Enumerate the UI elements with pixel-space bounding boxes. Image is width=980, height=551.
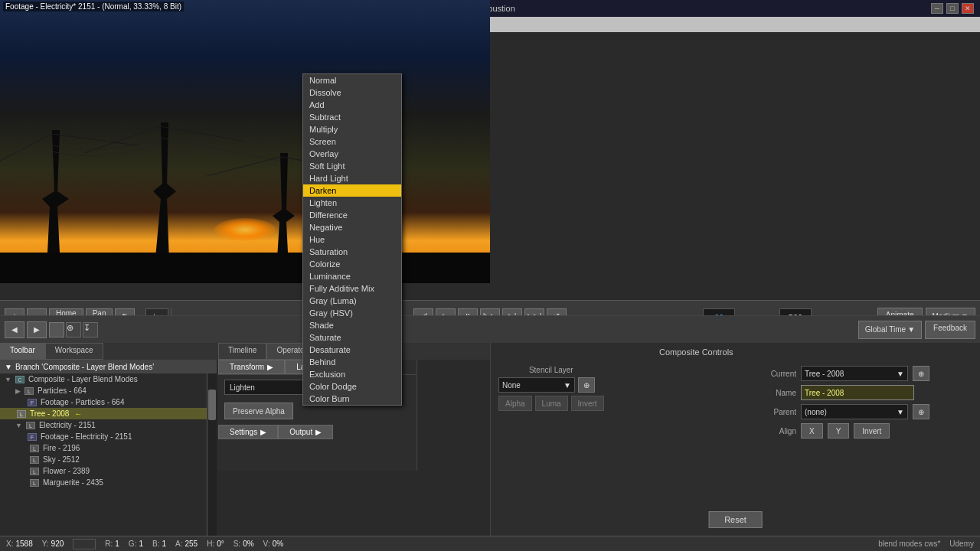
blend-color-dodge[interactable]: Color Dodge bbox=[303, 380, 401, 393]
properties-panel: Composite Controls Stencil Layer None ▼ … bbox=[490, 343, 980, 536]
tree-label-tree: Tree - 2008 bbox=[30, 409, 69, 418]
a-label: A: bbox=[175, 540, 182, 548]
blend-behind[interactable]: Behind bbox=[303, 356, 401, 368]
blend-lighten[interactable]: Lighten bbox=[303, 197, 401, 209]
current-pick-btn[interactable]: ⊕ bbox=[913, 366, 929, 381]
tree-item-flower[interactable]: L Flower - 2389 bbox=[0, 465, 207, 477]
parent-label: Parent bbox=[758, 408, 796, 416]
settings-dropdown[interactable]: Settings ▶ bbox=[218, 425, 278, 439]
view-btn-2[interactable]: ⊕ bbox=[66, 322, 81, 337]
s-value: 0% bbox=[243, 540, 253, 548]
blend-hard-light[interactable]: Hard Light bbox=[303, 172, 401, 184]
output-dropdown[interactable]: Output ▶ bbox=[278, 425, 333, 439]
tab-area: Toolbar Workspace bbox=[0, 343, 222, 360]
status-y: Y: 920 bbox=[42, 540, 64, 548]
right-arrow-button[interactable]: ▶ bbox=[27, 321, 47, 338]
tree-item-fire[interactable]: L Fire - 2196 bbox=[0, 442, 207, 454]
preserve-alpha-button[interactable]: Preserve Alpha bbox=[224, 403, 293, 419]
parent-value: (none) bbox=[805, 408, 827, 416]
left-arrow-button[interactable]: ◀ bbox=[5, 321, 24, 338]
name-label: Name bbox=[758, 389, 796, 397]
current-label: Current bbox=[758, 370, 796, 378]
blend-negative[interactable]: Negative bbox=[303, 221, 401, 233]
tab-workspace[interactable]: Workspace bbox=[45, 343, 103, 360]
blend-darken[interactable]: Darken bbox=[303, 184, 401, 197]
x-value: 1588 bbox=[15, 540, 32, 548]
feedback-button[interactable]: Feedback bbox=[925, 321, 975, 339]
blend-luminance[interactable]: Luminance bbox=[303, 270, 401, 282]
reset-button[interactable]: Reset bbox=[708, 511, 763, 528]
blend-saturation[interactable]: Saturation bbox=[303, 246, 401, 258]
invert-button[interactable]: Invert bbox=[854, 423, 890, 439]
tree-item-footage-particles[interactable]: F Footage - Particles - 664 bbox=[0, 396, 207, 408]
parent-selector[interactable]: (none) ▼ bbox=[801, 404, 908, 419]
stencil-none-selector[interactable]: None ▼ bbox=[498, 377, 575, 393]
alpha-button[interactable]: Alpha bbox=[498, 396, 532, 411]
udemy-label: Udemy bbox=[949, 540, 974, 548]
top-panels: Footage - Electricity* 2151 - (Normal, 3… bbox=[0, 0, 980, 283]
invert-stencil-button[interactable]: Invert bbox=[571, 396, 604, 411]
blend-fully-additive[interactable]: Fully Additive Mix bbox=[303, 282, 401, 295]
layer-icon-marg: L bbox=[30, 479, 39, 487]
blend-colorize[interactable]: Colorize bbox=[303, 258, 401, 270]
blend-saturate[interactable]: Saturate bbox=[303, 331, 401, 344]
tree-header-label: Branch 'Composite - Layer Blend Modes' bbox=[15, 363, 154, 371]
parent-pick-btn[interactable]: ⊕ bbox=[913, 404, 929, 419]
layer-icon-fire: L bbox=[30, 445, 39, 452]
tree-item-footage-elec[interactable]: F Footage - Electricity - 2151 bbox=[0, 431, 207, 442]
scroll-thumb[interactable] bbox=[208, 390, 216, 420]
tree-expand-icon: ▼ bbox=[5, 363, 12, 371]
output-label: Output bbox=[289, 428, 312, 436]
v-label: V: bbox=[263, 540, 270, 548]
stencil-pick-btn[interactable]: ⊕ bbox=[578, 377, 595, 393]
tree-label-marg: Marguerite - 2435 bbox=[43, 478, 103, 487]
blend-dissolve[interactable]: Dissolve bbox=[303, 86, 401, 99]
tab-toolbar[interactable]: Toolbar bbox=[0, 343, 45, 360]
tree-label-footage-elec: Footage - Electricity - 2151 bbox=[41, 432, 132, 441]
tree-item-sky[interactable]: L Sky - 2512 bbox=[0, 454, 207, 465]
blend-difference[interactable]: Difference bbox=[303, 209, 401, 221]
tree-scrollbar[interactable] bbox=[207, 373, 217, 536]
tab-timeline[interactable]: Timeline bbox=[218, 343, 266, 360]
tree-item-electricity[interactable]: ▼ L Electricity - 2151 bbox=[0, 419, 207, 431]
blend-mode-value: Lighten bbox=[230, 383, 255, 392]
blend-hue[interactable]: Hue bbox=[303, 233, 401, 246]
layer-icon-composite: C bbox=[15, 376, 24, 383]
status-b: B: 1 bbox=[152, 540, 166, 548]
blend-shade[interactable]: Shade bbox=[303, 319, 401, 331]
blend-normal[interactable]: Normal bbox=[303, 74, 401, 86]
blend-gray-luma[interactable]: Gray (Luma) bbox=[303, 295, 401, 307]
y-value: 920 bbox=[51, 540, 64, 548]
blend-add[interactable]: Add bbox=[303, 99, 401, 111]
blend-screen[interactable]: Screen bbox=[303, 135, 401, 148]
status-a: A: 255 bbox=[175, 540, 198, 548]
y-label: Y: bbox=[42, 540, 49, 548]
tree-item-particles[interactable]: ▶ L Particles - 664 bbox=[0, 385, 207, 396]
footage-image bbox=[0, 0, 490, 283]
luma-button[interactable]: Luma bbox=[535, 396, 568, 411]
transform-dropdown[interactable]: Transform ▶ bbox=[218, 360, 285, 374]
blend-mode-menu: Normal Dissolve Add Subtract Multiply Sc… bbox=[302, 73, 402, 406]
name-input[interactable] bbox=[801, 385, 914, 400]
transform-label: Transform bbox=[230, 363, 264, 371]
tree-label-elec: Electricity - 2151 bbox=[39, 421, 96, 429]
blend-color-burn[interactable]: Color Burn bbox=[303, 393, 401, 405]
blend-multiply[interactable]: Multiply bbox=[303, 123, 401, 135]
align-y-button[interactable]: Y bbox=[828, 423, 850, 439]
blend-soft-light[interactable]: Soft Light bbox=[303, 160, 401, 172]
blend-overlay[interactable]: Overlay bbox=[303, 148, 401, 160]
tree-item-tree2008[interactable]: L Tree - 2008 ← bbox=[0, 408, 207, 419]
tree-item-composite[interactable]: ▼ C Composite - Layer Blend Modes bbox=[0, 373, 207, 385]
tree-label-sky: Sky - 2512 bbox=[43, 455, 80, 464]
tree-item-marguerite[interactable]: L Marguerite - 2435 bbox=[0, 477, 207, 488]
align-x-button[interactable]: X bbox=[801, 423, 823, 439]
current-selector[interactable]: Tree - 2008 ▼ bbox=[801, 366, 908, 381]
global-time-dropdown[interactable]: Global Time ▼ bbox=[858, 321, 922, 339]
view-btn-1[interactable] bbox=[49, 322, 64, 337]
blend-subtract[interactable]: Subtract bbox=[303, 111, 401, 123]
blend-exclusion[interactable]: Exclusion bbox=[303, 368, 401, 380]
tree-label: Composite - Layer Blend Modes bbox=[28, 375, 138, 383]
blend-desaturate[interactable]: Desaturate bbox=[303, 344, 401, 356]
blend-gray-hsv[interactable]: Gray (HSV) bbox=[303, 307, 401, 319]
view-btn-3[interactable]: ↧ bbox=[83, 322, 98, 337]
